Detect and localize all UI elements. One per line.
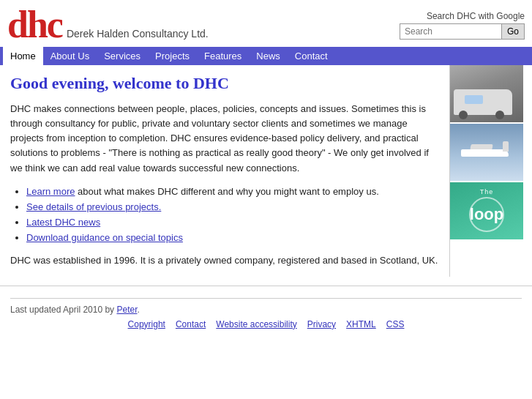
search-button[interactable]: Go — [502, 23, 525, 40]
footer-css-link[interactable]: CSS — [386, 319, 405, 329]
search-input[interactable] — [400, 23, 502, 40]
latest-news-link[interactable]: Latest DHC news — [26, 217, 100, 228]
nav: Home About Us Services Projects Features… — [0, 47, 532, 65]
list-item: Latest DHC news — [26, 217, 439, 228]
nav-news[interactable]: News — [249, 47, 288, 65]
footer-privacy-link[interactable]: Privacy — [307, 319, 336, 329]
main: Good evening, welcome to DHC DHC makes c… — [0, 65, 532, 277]
list-item: Learn more about what makes DHC differen… — [26, 186, 439, 197]
sidebar: The loop — [450, 65, 523, 277]
last-updated: Last updated April 2010 by Peter. — [10, 305, 522, 315]
header: dhc Derek Halden Consultancy Ltd. Search… — [0, 0, 532, 47]
list-item: Download guidance on special topics — [26, 232, 439, 243]
search-row: Go — [400, 23, 525, 40]
nav-projects[interactable]: Projects — [148, 47, 197, 65]
plane-body — [461, 149, 509, 157]
search-area: Search DHC with Google Go — [400, 11, 525, 40]
nav-features[interactable]: Features — [197, 47, 249, 65]
nav-services[interactable]: Services — [97, 47, 148, 65]
content-area: Good evening, welcome to DHC DHC makes c… — [0, 65, 450, 277]
search-label: Search DHC with Google — [400, 11, 525, 21]
last-updated-text: Last updated April 2010 by — [10, 305, 116, 315]
sidebar-image-plane — [450, 124, 523, 181]
footer-xhtml-link[interactable]: XHTML — [346, 319, 376, 329]
previous-projects-link[interactable]: See details of previous projects. — [26, 201, 161, 212]
nav-about[interactable]: About Us — [43, 47, 97, 65]
page-title: Good evening, welcome to DHC — [10, 74, 439, 93]
van-wheel2 — [495, 111, 504, 119]
link-list: Learn more about what makes DHC differen… — [26, 186, 439, 243]
footer-accessibility-link[interactable]: Website accessibility — [216, 319, 296, 329]
intro-text: DHC makes connections between people, pl… — [10, 102, 439, 176]
list-item: See details of previous projects. — [26, 201, 439, 212]
download-guidance-link[interactable]: Download guidance on special topics — [26, 232, 183, 243]
van-window — [465, 95, 483, 104]
logo: dhc — [7, 6, 62, 44]
last-updated-period: . — [137, 305, 139, 315]
footer-copyright-link[interactable]: Copyright — [128, 319, 165, 329]
van-wheel1 — [459, 111, 468, 119]
learn-more-link[interactable]: Learn more — [26, 186, 75, 197]
loop-the: The — [469, 188, 504, 195]
author-link[interactable]: Peter — [116, 305, 137, 315]
sidebar-image-loop: The loop — [450, 182, 523, 239]
sidebar-image-van — [450, 65, 523, 122]
plane-tail — [503, 141, 509, 152]
nav-contact[interactable]: Contact — [288, 47, 335, 65]
logo-area: dhc Derek Halden Consultancy Ltd. — [7, 6, 209, 44]
closing-text: DHC was established in 1996. It is a pri… — [10, 253, 439, 268]
footer-divider — [10, 298, 522, 299]
loop-text: loop — [469, 197, 504, 232]
footer-contact-link[interactable]: Contact — [176, 319, 206, 329]
footer-links: Copyright Contact Website accessibility … — [10, 319, 522, 335]
learn-more-suffix: about what makes DHC different and why y… — [78, 186, 379, 197]
footer: Last updated April 2010 by Peter. Copyri… — [0, 286, 532, 338]
company-name: Derek Halden Consultancy Ltd. — [67, 28, 209, 44]
nav-home[interactable]: Home — [3, 47, 43, 65]
